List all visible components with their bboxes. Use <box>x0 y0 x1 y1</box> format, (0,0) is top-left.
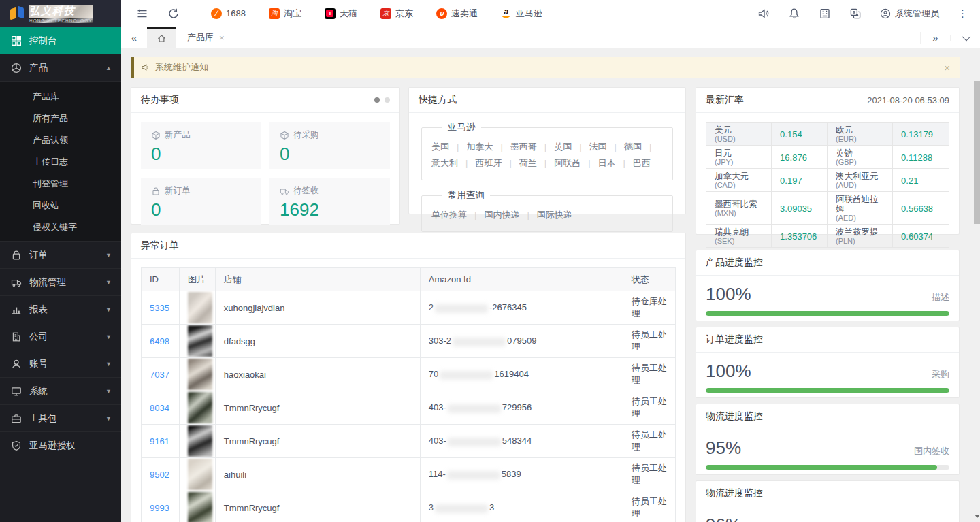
amazon-id: 701619404 <box>420 358 623 391</box>
building-icon <box>11 331 22 342</box>
sidebar-item-upload-log[interactable]: 上传日志 <box>0 151 121 173</box>
order-id-link[interactable]: 6498 <box>150 336 169 346</box>
tabs-menu-icon[interactable] <box>950 35 980 41</box>
sidebar-item-dashboard[interactable]: 控制台 <box>0 27 121 54</box>
order-id-link[interactable]: 9993 <box>150 503 169 513</box>
collapse-sidebar-icon[interactable] <box>136 7 148 20</box>
shortcut-link[interactable]: 单位换算 <box>431 210 484 220</box>
sidebar-item-recycle-bin[interactable]: 回收站 <box>0 195 121 216</box>
shortcut-link[interactable]: 德国 <box>624 142 659 152</box>
shortcut-link[interactable]: 加拿大 <box>466 142 510 152</box>
sidebar-item-product-claim[interactable]: 产品认领 <box>0 129 121 151</box>
sidebar-item-company[interactable]: 公司 ▼ <box>0 323 121 350</box>
order-id-link[interactable]: 7037 <box>150 370 169 380</box>
platform-link-aliexpress[interactable]: ∪ 速卖通 <box>436 7 478 20</box>
sidebar-item-label: 物流管理 <box>29 276 98 289</box>
sidebar-item-system[interactable]: 系统 ▼ <box>0 378 121 405</box>
redacted-blur <box>435 504 488 513</box>
sidebar-item-all-products[interactable]: 所有产品 <box>0 108 121 129</box>
col-header-amazon-id: Amazon Id <box>420 268 623 291</box>
carousel-dot-active[interactable] <box>374 97 380 103</box>
shortcut-link[interactable]: 西班牙 <box>475 158 519 168</box>
shortcut-link[interactable]: 墨西哥 <box>510 142 554 152</box>
sidebar-item-infringing-keywords[interactable]: 侵权关键字 <box>0 216 121 238</box>
sidebar-item-account[interactable]: 账号 ▼ <box>0 350 121 378</box>
sidebar-item-orders[interactable]: 订单 ▼ <box>0 242 121 269</box>
tabs-scroll-left-icon[interactable]: « <box>121 27 147 48</box>
shop-name: TmmnRrycugf <box>215 425 420 458</box>
scrollbar-down-arrow[interactable] <box>974 512 980 519</box>
notice-close-icon[interactable]: × <box>944 62 950 74</box>
sidebar-item-logistics[interactable]: 物流管理 ▼ <box>0 269 121 296</box>
shortcut-link[interactable]: 美国 <box>431 142 466 152</box>
shortcut-link[interactable]: 国际快递 <box>537 210 572 220</box>
order-id-link[interactable]: 9502 <box>150 470 169 480</box>
order-id-link[interactable]: 5335 <box>150 303 169 313</box>
shortcut-link[interactable]: 意大利 <box>431 158 475 168</box>
chevron-down-icon: ▼ <box>105 279 112 286</box>
order-id-link[interactable]: 9161 <box>150 436 169 446</box>
jd-icon: 京 <box>380 8 391 19</box>
sidebar-item-toolkit[interactable]: 工具包 ▼ <box>0 405 121 432</box>
sidebar-item-listing-mgmt[interactable]: 刊登管理 <box>0 173 121 195</box>
user-menu[interactable]: 系统管理员 <box>880 7 939 20</box>
todo-tile-to-receive[interactable]: 待签收 1692 <box>270 178 390 225</box>
sidebar-item-product[interactable]: 产品 ▲ <box>0 54 121 82</box>
product-thumbnail[interactable] <box>188 292 212 323</box>
abnormal-orders-panel: 异常订单 ID 图片 店铺 Amazon Id <box>131 233 686 522</box>
sidebar: 弘义科技 HONG YI TECHNOLOGY 控制台 产品 ▲ 产品库 所有产… <box>0 0 121 522</box>
apps-icon[interactable] <box>849 7 862 20</box>
system-notice-banner: 系统维护通知 × <box>131 57 960 78</box>
shortcut-link[interactable]: 日本 <box>598 158 633 168</box>
calculator-icon[interactable] <box>819 7 831 20</box>
product-thumbnail[interactable] <box>188 359 212 390</box>
shortcut-link[interactable]: 法国 <box>589 142 624 152</box>
col-header-id: ID <box>142 268 180 291</box>
shortcut-link[interactable]: 巴西 <box>633 158 651 168</box>
todo-tile-to-purchase[interactable]: 待采购 0 <box>270 122 390 169</box>
order-id-link[interactable]: 8034 <box>150 403 169 413</box>
currency-rate: 0.21 <box>901 176 941 186</box>
sidebar-item-reports[interactable]: 报表 ▼ <box>0 296 121 323</box>
product-thumbnail[interactable] <box>188 325 212 357</box>
currency-rate: 0.13179 <box>901 129 941 140</box>
platform-link-1688[interactable]: ⁄ 1688 <box>211 8 246 19</box>
more-options-icon[interactable]: ⋮ <box>958 7 968 20</box>
announcement-speaker-icon[interactable] <box>757 7 770 20</box>
currency-rate: 0.197 <box>780 176 819 186</box>
platform-link-jd[interactable]: 京 京东 <box>380 7 413 20</box>
monitor-percent: 100% <box>706 361 751 382</box>
todo-tile-value: 0 <box>151 144 251 165</box>
todo-tile-new-orders[interactable]: 新订单 0 <box>141 178 261 225</box>
todo-tile-new-products[interactable]: 新产品 0 <box>141 122 261 169</box>
shortcut-link[interactable]: 英国 <box>554 142 589 152</box>
product-thumbnail[interactable] <box>188 459 212 490</box>
bell-icon[interactable] <box>788 7 800 20</box>
platform-link-amazon[interactable]: a 亚马逊 <box>501 7 542 20</box>
exchange-rates-panel: 最新汇率 2021-08-20 06:53:09 美元(USD) 0.154 欧… <box>696 87 960 235</box>
carousel-dot[interactable] <box>385 97 390 103</box>
shortcut-link[interactable]: 国内快递 <box>484 210 536 220</box>
tab-close-icon[interactable]: × <box>219 33 225 43</box>
refresh-icon[interactable] <box>167 7 180 20</box>
chevron-down-icon: ▼ <box>105 306 112 313</box>
sidebar-item-product-library[interactable]: 产品库 <box>0 86 121 108</box>
product-thumbnail[interactable] <box>188 392 212 423</box>
table-row: 9993 TmmnRrycugf 33 待员工处理 <box>142 491 676 522</box>
sidebar-item-amazon-auth[interactable]: 亚马逊授权 <box>0 432 121 459</box>
shortcuts-title: 快捷方式 <box>419 94 457 106</box>
shortcut-link[interactable]: 阿联酋 <box>554 158 598 168</box>
tab-product-library[interactable]: 产品库 × <box>176 27 235 48</box>
platform-link-tmall[interactable]: T 天猫 <box>325 7 357 20</box>
product-thumbnail[interactable] <box>188 425 212 457</box>
platform-link-taobao[interactable]: 淘 淘宝 <box>269 7 301 20</box>
monitor-icon <box>11 386 22 397</box>
product-thumbnail[interactable] <box>188 492 212 522</box>
currency-rate: 0.56638 <box>901 203 941 214</box>
shortcut-link[interactable]: 荷兰 <box>519 158 554 168</box>
tabs-scroll-right-icon[interactable]: » <box>920 32 950 44</box>
tab-home[interactable] <box>147 27 176 48</box>
chevron-down-icon: ▼ <box>105 415 112 422</box>
platform-label: 1688 <box>226 8 246 18</box>
scrollbar-thumb[interactable] <box>974 81 980 224</box>
